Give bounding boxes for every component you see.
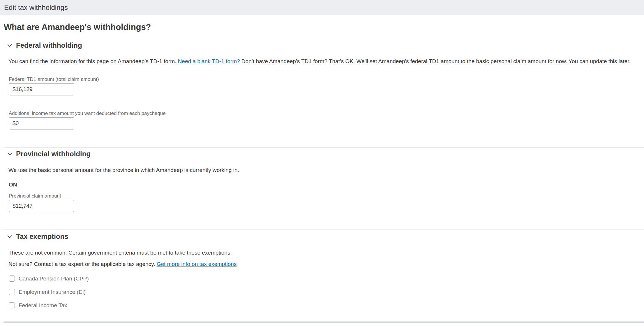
federal-income-tax-exemption-label: Federal Income Tax: [19, 302, 67, 308]
cpp-exemption-row: Canada Pension Plan (CPP): [9, 275, 644, 282]
additional-income-tax-input[interactable]: [9, 117, 74, 129]
section-divider: [3, 230, 644, 230]
section-divider: [3, 147, 644, 147]
main-heading: What are Amandeep's withholdings?: [4, 23, 644, 31]
ei-exemption-checkbox[interactable]: [9, 289, 15, 295]
footer-divider: [3, 321, 644, 323]
provincial-withholding-section-toggle[interactable]: Provincial withholding: [7, 150, 644, 158]
ei-exemption-row: Employment Insurance (EI): [9, 288, 644, 295]
exemptions-line1: These are not common. Certain government…: [8, 250, 638, 256]
provincial-claim-amount-label: Provincial claim amount: [9, 193, 644, 198]
federal-income-tax-exemption-checkbox[interactable]: [9, 302, 15, 308]
federal-intro-after: Don’t have Amandeep’s TD1 form? That’s O…: [240, 58, 631, 64]
federal-td1-amount-input[interactable]: [9, 83, 74, 95]
additional-income-tax-label: Additional income tax amount you want de…: [9, 111, 644, 116]
exemptions-line2-text: Not sure? Contact a tax expert or the ap…: [8, 261, 157, 267]
province-code: ON: [9, 182, 644, 188]
chevron-down-icon: [7, 234, 13, 239]
federal-td1-amount-label: Federal TD1 amount (total claim amount): [9, 77, 644, 82]
ei-exemption-label: Employment Insurance (EI): [19, 289, 86, 295]
chevron-down-icon: [7, 151, 13, 157]
federal-intro-text: You can find the information for this pa…: [8, 58, 638, 64]
provincial-section-title: Provincial withholding: [16, 150, 91, 158]
provincial-description: We use the basic personal amount for the…: [8, 167, 638, 173]
page-title: Edit tax withholdings: [4, 3, 68, 12]
federal-withholding-section-toggle[interactable]: Federal withholding: [7, 41, 644, 49]
tax-exemptions-section-toggle[interactable]: Tax exemptions: [7, 232, 644, 241]
window-titlebar: Edit tax withholdings: [0, 0, 644, 15]
tax-exemptions-info-link[interactable]: Get more info on tax exemptions: [157, 261, 237, 267]
provincial-claim-amount-input[interactable]: [9, 200, 74, 212]
exemptions-line2: Not sure? Contact a tax expert or the ap…: [8, 261, 638, 267]
blank-td1-form-link[interactable]: Need a blank TD-1 form?: [178, 58, 240, 64]
federal-income-tax-exemption-row: Federal Income Tax: [9, 302, 644, 309]
federal-intro-before: You can find the information for this pa…: [8, 58, 178, 64]
chevron-down-icon: [7, 43, 13, 48]
federal-section-title: Federal withholding: [16, 41, 82, 49]
exemptions-section-title: Tax exemptions: [16, 232, 68, 241]
cpp-exemption-label: Canada Pension Plan (CPP): [19, 276, 89, 282]
cpp-exemption-checkbox[interactable]: [9, 276, 15, 282]
